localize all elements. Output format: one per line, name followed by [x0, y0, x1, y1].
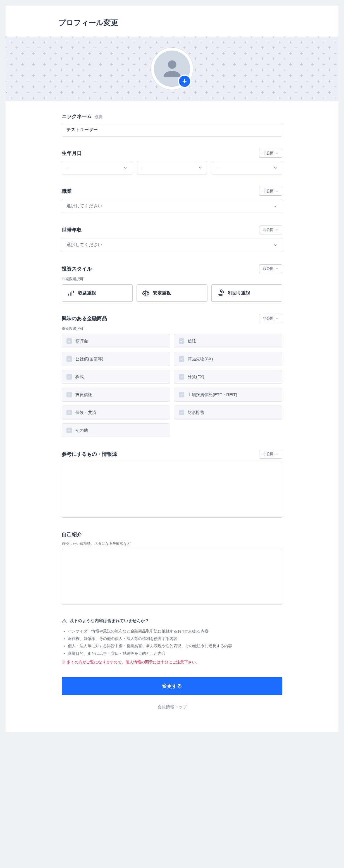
bio-hint: 自慢したい成功談、ネタになる失敗談など: [62, 541, 282, 546]
submit-button[interactable]: 変更する: [62, 677, 282, 695]
product-label: 保険・共済: [76, 410, 96, 415]
checkbox-icon: [179, 338, 184, 344]
chevron-down-icon: [273, 204, 278, 209]
birthday-day-select[interactable]: -: [212, 161, 282, 175]
bio-textarea[interactable]: [62, 549, 282, 605]
chevron-down-icon: [273, 165, 278, 170]
product-option[interactable]: 投資信託: [62, 388, 170, 402]
nickname-input[interactable]: [62, 123, 282, 136]
warning-item: 個人・法人等に対する誹謗中傷・営業妨害、暴力表現や性的表現、その他法令に違反する…: [68, 642, 282, 650]
occupation-select[interactable]: 選択してください: [62, 199, 282, 213]
product-option[interactable]: 株式: [62, 370, 170, 384]
checkbox-icon: [179, 410, 184, 415]
invest-style-privacy-toggle[interactable]: 非公開: [259, 264, 282, 273]
chevron-down-icon: [275, 228, 279, 231]
product-label: 預貯金: [76, 339, 88, 344]
product-label: 上場投資信託(ETF・REIT): [188, 392, 237, 397]
product-label: 財形貯蓄: [188, 410, 204, 415]
product-option[interactable]: 財形貯蓄: [174, 406, 282, 420]
warning-block: 以下のような内容は含まれていませんか？ インサイダー情報や風説の流布など金融商品…: [62, 618, 282, 665]
birthday-month-select[interactable]: -: [137, 161, 207, 175]
checkbox-icon: [66, 410, 72, 415]
checkbox-icon: [66, 392, 72, 397]
product-option[interactable]: 信託: [174, 334, 282, 348]
plus-icon: [181, 78, 188, 85]
style-option-profit[interactable]: 収益重視: [62, 284, 133, 302]
product-option[interactable]: その他: [62, 424, 170, 437]
references-label: 参考にするもの・情報源: [62, 451, 117, 458]
chevron-down-icon: [275, 152, 279, 155]
chevron-down-icon: [198, 165, 202, 170]
bio-label: 自己紹介: [62, 531, 82, 538]
product-label: 公社債(国債等): [76, 356, 103, 362]
products-privacy-toggle[interactable]: 非公開: [259, 314, 282, 323]
occupation-label: 職業: [62, 188, 72, 194]
products-label: 興味のある金融商品: [62, 315, 107, 322]
chevron-down-icon: [275, 317, 279, 320]
product-label: 信託: [188, 339, 196, 344]
invest-style-label: 投資スタイル: [62, 266, 92, 272]
income-label: 世帯年収: [62, 227, 82, 233]
product-option[interactable]: 保険・共済: [62, 406, 170, 420]
checkbox-icon: [66, 356, 72, 362]
references-privacy-toggle[interactable]: 非公開: [259, 450, 282, 459]
scale-icon: [142, 289, 150, 297]
products-hint: ※複数選択可: [62, 326, 282, 331]
product-label: 投資信託: [76, 392, 92, 397]
checkbox-icon: [66, 338, 72, 344]
product-option[interactable]: 外貨(FX): [174, 370, 282, 384]
avatar-hero: [6, 37, 338, 101]
product-label: 株式: [76, 374, 84, 379]
chevron-down-icon: [275, 189, 279, 193]
warning-item: 著作権、肖像権、その他の個人・法人等の権利を侵害する内容: [68, 635, 282, 643]
required-tag: 必須: [95, 115, 102, 120]
chevron-down-icon: [275, 267, 279, 271]
avatar: [151, 48, 193, 90]
birthday-label: 生年月日: [62, 150, 82, 157]
hand-coin-icon: [217, 289, 225, 297]
style-option-yield[interactable]: 利回り重視: [211, 284, 282, 302]
nickname-label: ニックネーム: [62, 113, 92, 120]
chevron-down-icon: [123, 165, 127, 170]
warning-item: 商業目的、または広告・宣伝・勧誘等を目的とした内容: [68, 650, 282, 657]
checkbox-icon: [179, 392, 184, 397]
warning-item: インサイダー情報や風説の流布など金融商品取引法に抵触するおそれのある内容: [68, 627, 282, 635]
product-label: その他: [76, 428, 88, 433]
warning-title: 以下のような内容は含まれていませんか？: [69, 618, 149, 623]
income-select[interactable]: 選択してください: [62, 238, 282, 252]
birthday-year-select[interactable]: -: [62, 161, 132, 175]
page-title: プロフィール変更: [6, 6, 338, 37]
references-textarea[interactable]: [62, 462, 282, 518]
back-link[interactable]: 会員情報トップ: [62, 705, 282, 710]
checkbox-icon: [179, 356, 184, 362]
product-label: 商品先物(CX): [188, 356, 213, 362]
checkbox-icon: [66, 428, 72, 433]
birthday-privacy-toggle[interactable]: 非公開: [259, 149, 282, 158]
chevron-down-icon: [275, 453, 279, 456]
product-label: 外貨(FX): [188, 374, 204, 379]
warning-icon: [62, 619, 67, 623]
checkbox-icon: [179, 374, 184, 379]
income-privacy-toggle[interactable]: 非公開: [259, 225, 282, 235]
product-option[interactable]: 上場投資信託(ETF・REIT): [174, 388, 282, 402]
warning-note: ※ 多くの方がご覧になりますので、個人情報の開示には十分にご注意下さい。: [62, 660, 282, 665]
product-option[interactable]: 公社債(国債等): [62, 352, 170, 366]
style-option-stable[interactable]: 安定重視: [137, 284, 207, 302]
checkbox-icon: [66, 374, 72, 379]
profile-edit-card: プロフィール変更 ニッ: [6, 6, 338, 732]
bar-chart-icon: [67, 289, 75, 297]
avatar-add-button[interactable]: [178, 74, 191, 88]
product-option[interactable]: 預貯金: [62, 334, 170, 348]
product-option[interactable]: 商品先物(CX): [174, 352, 282, 366]
chevron-down-icon: [273, 243, 278, 247]
occupation-privacy-toggle[interactable]: 非公開: [259, 187, 282, 196]
invest-style-hint: ※複数選択可: [62, 277, 282, 282]
